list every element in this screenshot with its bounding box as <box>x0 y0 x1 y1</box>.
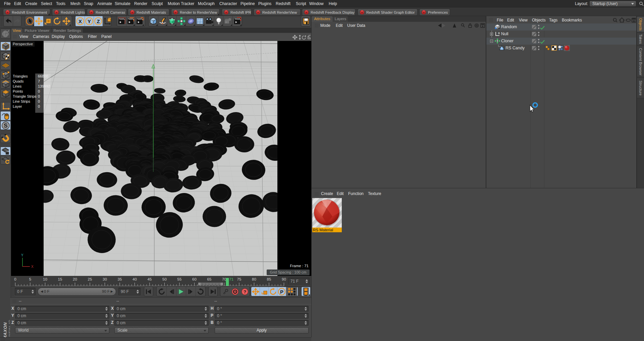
svg-text:60: 60 <box>192 277 197 281</box>
svg-text:20: 20 <box>73 277 77 281</box>
svg-text:?: ? <box>243 289 246 294</box>
svg-text:5: 5 <box>29 277 31 281</box>
svg-text:65: 65 <box>207 277 212 281</box>
svg-text:P: P <box>280 289 283 294</box>
svg-text:Z: Z <box>97 18 100 24</box>
svg-text:85: 85 <box>267 277 271 281</box>
svg-text:X: X <box>78 18 82 24</box>
svg-text:0: 0 <box>14 277 16 281</box>
svg-text:45: 45 <box>148 277 152 281</box>
svg-text:50: 50 <box>162 277 167 281</box>
svg-text:Y: Y <box>21 253 23 257</box>
svg-text:80: 80 <box>252 277 256 281</box>
svg-text:25: 25 <box>88 277 92 281</box>
svg-text:Y: Y <box>88 18 91 24</box>
svg-text:0: 0 <box>498 32 500 35</box>
svg-text:90: 90 <box>282 277 286 281</box>
svg-text:70: 70 <box>222 277 226 281</box>
svg-text:30: 30 <box>103 277 107 281</box>
svg-text:S: S <box>4 123 7 129</box>
svg-text:71: 71 <box>229 277 233 281</box>
svg-text:40: 40 <box>132 277 137 281</box>
svg-text:75: 75 <box>237 277 241 281</box>
svg-text:15: 15 <box>58 277 62 281</box>
svg-text:10: 10 <box>43 277 47 281</box>
svg-text:X: X <box>31 265 34 269</box>
svg-text:35: 35 <box>118 277 122 281</box>
svg-text:55: 55 <box>177 277 182 281</box>
